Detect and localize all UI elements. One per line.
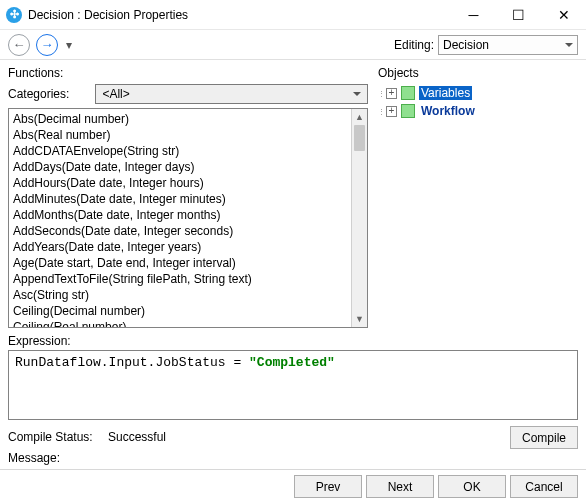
- tree-node-workflow[interactable]: ⋮ + Workflow: [378, 102, 578, 120]
- next-button[interactable]: Next: [366, 475, 434, 498]
- list-item[interactable]: AddHours(Date date, Integer hours): [13, 175, 347, 191]
- chevron-down-icon: [565, 43, 573, 47]
- categories-value: <All>: [102, 87, 129, 101]
- expand-icon[interactable]: +: [386, 88, 397, 99]
- expand-icon[interactable]: +: [386, 106, 397, 117]
- prev-button[interactable]: Prev: [294, 475, 362, 498]
- scrollbar[interactable]: ▲ ▼: [351, 109, 367, 327]
- nav-toolbar: ← → ▾ Editing: Decision: [0, 30, 586, 60]
- tree-node-variables[interactable]: ⋮ + Variables: [378, 84, 578, 102]
- objects-panel: Objects ⋮ + Variables ⋮ + Workflow: [378, 64, 578, 328]
- list-item[interactable]: AddMonths(Date date, Integer months): [13, 207, 347, 223]
- close-button[interactable]: ✕: [541, 0, 586, 30]
- tree-dots-icon: ⋮: [378, 91, 384, 96]
- list-item[interactable]: Age(Date start, Date end, Integer interv…: [13, 255, 347, 271]
- list-item[interactable]: AddYears(Date date, Integer years): [13, 239, 347, 255]
- list-item[interactable]: Abs(Decimal number): [13, 111, 347, 127]
- forward-menu-icon[interactable]: ▾: [66, 38, 72, 52]
- tree-label: Workflow: [419, 104, 477, 118]
- scroll-down-icon[interactable]: ▼: [352, 311, 367, 327]
- title-bar: ✣ Decision : Decision Properties ─ ☐ ✕: [0, 0, 586, 30]
- chevron-down-icon: [353, 92, 361, 96]
- functions-list[interactable]: Abs(Decimal number) Abs(Real number) Add…: [8, 108, 368, 328]
- back-button[interactable]: ←: [8, 34, 30, 56]
- list-item[interactable]: AddCDATAEnvelope(String str): [13, 143, 347, 159]
- list-item[interactable]: Abs(Real number): [13, 127, 347, 143]
- objects-label: Objects: [378, 66, 578, 80]
- list-item[interactable]: Asc(String str): [13, 287, 347, 303]
- forward-button[interactable]: →: [36, 34, 58, 56]
- list-item[interactable]: AddMinutes(Date date, Integer minutes): [13, 191, 347, 207]
- tree-label: Variables: [419, 86, 472, 100]
- list-item[interactable]: AddDays(Date date, Integer days): [13, 159, 347, 175]
- scroll-up-icon[interactable]: ▲: [352, 109, 367, 125]
- minimize-button[interactable]: ─: [451, 0, 496, 30]
- editing-value: Decision: [443, 38, 489, 52]
- functions-label: Functions:: [8, 66, 368, 80]
- scroll-thumb[interactable]: [354, 125, 365, 151]
- categories-combo[interactable]: <All>: [95, 84, 368, 104]
- window-title: Decision : Decision Properties: [28, 8, 188, 22]
- list-item[interactable]: Ceiling(Decimal number): [13, 303, 347, 319]
- dialog-footer: Prev Next OK Cancel: [0, 469, 586, 503]
- compile-status-value: Successful: [108, 430, 166, 444]
- compile-status-label: Compile Status:: [8, 430, 108, 444]
- expression-label: Expression:: [8, 334, 578, 348]
- ok-button[interactable]: OK: [438, 475, 506, 498]
- expression-code: RunDataflow.Input.JobStatus =: [15, 355, 249, 370]
- editing-combo[interactable]: Decision: [438, 35, 578, 55]
- message-label: Message:: [8, 451, 108, 465]
- list-item[interactable]: Ceiling(Real number): [13, 319, 347, 327]
- functions-panel: Functions: Categories: <All> Abs(Decimal…: [8, 64, 368, 328]
- expression-string-literal: "Completed": [249, 355, 335, 370]
- folder-icon: [401, 104, 415, 118]
- editing-label: Editing:: [394, 38, 434, 52]
- app-icon: ✣: [6, 7, 22, 23]
- expression-input[interactable]: RunDataflow.Input.JobStatus = "Completed…: [8, 350, 578, 420]
- tree-dots-icon: ⋮: [378, 109, 384, 114]
- cancel-button[interactable]: Cancel: [510, 475, 578, 498]
- list-item[interactable]: AddSeconds(Date date, Integer seconds): [13, 223, 347, 239]
- list-item[interactable]: AppendTextToFile(String filePath, String…: [13, 271, 347, 287]
- compile-button[interactable]: Compile: [510, 426, 578, 449]
- maximize-button[interactable]: ☐: [496, 0, 541, 30]
- folder-icon: [401, 86, 415, 100]
- categories-label: Categories:: [8, 87, 69, 101]
- objects-tree: ⋮ + Variables ⋮ + Workflow: [378, 82, 578, 122]
